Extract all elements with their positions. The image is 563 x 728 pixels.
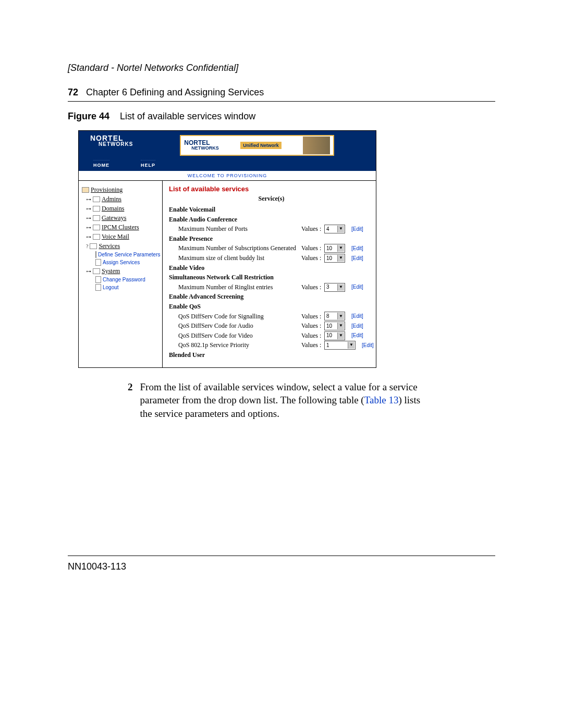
edit-link[interactable]: Edit bbox=[351, 283, 363, 291]
values-label: Values : bbox=[301, 331, 324, 341]
edit-link[interactable]: Edit bbox=[351, 312, 363, 320]
svc-qos-audio: QoS DiffServ Code for Audio bbox=[169, 321, 301, 331]
figure-label: Figure 44 bbox=[68, 111, 109, 121]
question-icon: ? bbox=[86, 242, 88, 250]
sidebar-gateways[interactable]: ⊶ Gateways bbox=[86, 213, 160, 223]
key-icon: ⊶ bbox=[86, 267, 91, 275]
sidebar-define-params[interactable]: Define Service Parameters bbox=[95, 251, 160, 258]
edit-link[interactable]: Edit bbox=[362, 341, 374, 350]
dropdown-max-buddy[interactable]: 10▼ bbox=[324, 254, 345, 263]
key-icon: ⊶ bbox=[86, 233, 91, 241]
figure-caption-text: List of available services window bbox=[120, 111, 255, 121]
nav-help[interactable]: HELP bbox=[141, 160, 155, 168]
svc-blended-user: Blended User bbox=[169, 350, 292, 360]
chevron-down-icon: ▼ bbox=[348, 342, 354, 349]
sidebar-tree: Provisioning ⊶ Admins ⊶ Domains ⊶ Gatewa… bbox=[79, 181, 163, 367]
doc-icon bbox=[95, 259, 101, 266]
svc-enable-qos: Enable QoS bbox=[169, 302, 292, 312]
banner: NORTEL NETWORKS Unified Network bbox=[180, 135, 334, 156]
edit-link[interactable]: Edit bbox=[351, 331, 363, 340]
dropdown-max-subs[interactable]: 10▼ bbox=[324, 244, 345, 253]
banner-logo: NORTEL NETWORKS bbox=[184, 140, 219, 151]
nav-bar: HOME HELP bbox=[79, 158, 376, 171]
folder-icon bbox=[82, 187, 89, 193]
sidebar-voicemail[interactable]: ⊶ Voice Mail bbox=[86, 232, 160, 241]
edit-link[interactable]: Edit bbox=[351, 244, 363, 253]
values-label: Values : bbox=[301, 282, 324, 292]
doc-icon bbox=[95, 251, 96, 258]
svc-enable-presence: Enable Presence bbox=[169, 234, 292, 244]
folder-icon bbox=[93, 225, 100, 230]
sidebar-domains[interactable]: ⊶ Domains bbox=[86, 204, 160, 213]
svc-max-ringlist: Maximum Number of Ringlist entries bbox=[169, 282, 301, 292]
edit-link[interactable]: Edit bbox=[351, 322, 363, 330]
svc-sncr: Simultaneous Network Call Restriction bbox=[169, 273, 292, 282]
banner-tag: Unified Network bbox=[240, 142, 282, 149]
sidebar-assign-services[interactable]: Assign Services bbox=[95, 258, 160, 266]
svc-qos-sig: QoS DiffServ Code for Signalling bbox=[169, 312, 301, 322]
table-reference-link[interactable]: Table 13 bbox=[364, 394, 399, 405]
key-icon: ⊶ bbox=[86, 214, 91, 222]
svc-enable-audio-conf: Enable Audio Conference bbox=[169, 215, 292, 225]
sidebar-provisioning[interactable]: Provisioning bbox=[82, 185, 160, 194]
values-label: Values : bbox=[301, 340, 324, 350]
folder-icon bbox=[90, 243, 97, 249]
edit-link[interactable]: Edit bbox=[351, 254, 363, 263]
sidebar-logout[interactable]: Logout bbox=[95, 283, 160, 291]
key-icon: ⊶ bbox=[86, 195, 91, 203]
svc-enable-voicemail: Enable Voicemail bbox=[169, 205, 292, 215]
dropdown-qos-sig[interactable]: 8▼ bbox=[324, 312, 345, 320]
column-header: Service(s) bbox=[169, 195, 374, 203]
edit-link[interactable]: Edit bbox=[351, 225, 363, 233]
dropdown-qos-video[interactable]: 10▼ bbox=[324, 331, 345, 340]
step-paragraph: 2 From the list of available services wi… bbox=[128, 380, 425, 421]
panel-title: List of available services bbox=[169, 185, 374, 193]
dropdown-qos-8021p[interactable]: 1▼ bbox=[324, 341, 356, 350]
chevron-down-icon: ▼ bbox=[337, 313, 344, 319]
svc-enable-adv-scr: Enable Advanced Screening bbox=[169, 292, 292, 302]
values-label: Values : bbox=[301, 321, 324, 331]
svc-max-ports: Maximum Number of Ports bbox=[169, 224, 301, 234]
sidebar-change-password[interactable]: Change Password bbox=[95, 276, 160, 283]
values-label: Values : bbox=[301, 312, 324, 322]
folder-icon bbox=[93, 206, 100, 212]
svc-max-subs: Maximum Number of Subscriptions Generate… bbox=[169, 243, 301, 253]
banner-photo bbox=[303, 137, 330, 154]
dropdown-qos-audio[interactable]: 10▼ bbox=[324, 322, 345, 330]
folder-icon bbox=[93, 215, 100, 221]
dropdown-max-ports[interactable]: 4▼ bbox=[324, 225, 345, 233]
screenshot-frame: NORTEL NETWORKS NORTEL NETWORKS Unified … bbox=[78, 130, 376, 368]
dropdown-max-ringlist[interactable]: 3▼ bbox=[324, 283, 345, 292]
svc-enable-video: Enable Video bbox=[169, 263, 292, 273]
svc-qos-8021p: QoS 802.1p Service Priority bbox=[169, 340, 301, 350]
classification-text: [Standard - Nortel Networks Confidential… bbox=[68, 63, 495, 73]
values-label: Values : bbox=[301, 243, 324, 253]
folder-icon bbox=[93, 196, 100, 202]
folder-icon bbox=[93, 268, 100, 274]
nav-home[interactable]: HOME bbox=[93, 160, 109, 168]
figure-caption: Figure 44 List of available services win… bbox=[68, 111, 495, 122]
svc-qos-video: QoS DiffServ Code for Video bbox=[169, 331, 301, 341]
sidebar-system[interactable]: ⊶ System bbox=[86, 266, 160, 276]
doc-icon bbox=[95, 284, 101, 291]
nortel-logo: NORTEL NETWORKS bbox=[90, 135, 133, 147]
logo-top: NORTEL bbox=[90, 135, 133, 142]
values-label: Values : bbox=[301, 224, 324, 234]
svc-max-buddy: Maximum size of client buddy list bbox=[169, 253, 301, 263]
key-icon: ⊶ bbox=[86, 205, 91, 213]
sidebar-ipcm[interactable]: ⊶ IPCM Clusters bbox=[86, 223, 160, 232]
main-panel: List of available services Service(s) En… bbox=[163, 181, 376, 367]
doc-icon bbox=[95, 276, 101, 283]
doc-footer: NN10043-113 bbox=[68, 556, 495, 572]
values-label: Values : bbox=[301, 253, 324, 263]
chevron-down-icon: ▼ bbox=[337, 284, 344, 291]
chevron-down-icon: ▼ bbox=[337, 332, 344, 339]
chevron-down-icon: ▼ bbox=[337, 323, 344, 329]
chapter-heading: 72 Chapter 6 Defining and Assigning Serv… bbox=[68, 87, 495, 102]
step-text: From the list of available services wind… bbox=[140, 380, 425, 421]
sidebar-admins[interactable]: ⊶ Admins bbox=[86, 194, 160, 204]
welcome-bar: WELCOME TO PROVISIONING bbox=[79, 171, 376, 181]
logo-sub: NETWORKS bbox=[99, 142, 133, 147]
sidebar-services[interactable]: ? Services bbox=[86, 241, 160, 251]
chevron-down-icon: ▼ bbox=[337, 226, 344, 232]
